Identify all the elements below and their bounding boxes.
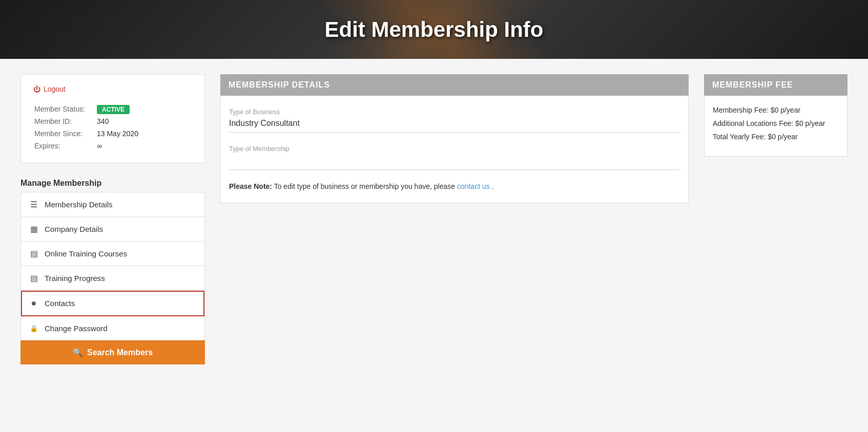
chart-icon: [29, 273, 38, 283]
type-of-membership-group: Type of Membership: [229, 145, 680, 170]
member-id-row: Member ID: 340: [34, 116, 191, 127]
membership-details-section: MEMBERSHIP DETAILS Type of Business Indu…: [220, 74, 689, 364]
contact-us-link[interactable]: contact us: [457, 182, 490, 190]
search-members-label: Search Members: [87, 348, 153, 357]
logout-button[interactable]: ⏻ Logout: [33, 85, 192, 93]
sidebar-item-online-training-label: Online Training Courses: [45, 249, 127, 258]
please-note-end: .: [492, 182, 494, 190]
expires-row: Expires: ∞: [34, 140, 191, 152]
header-banner: Edit Membership Info: [0, 0, 868, 59]
member-since-row: Member Since: 13 May 2020: [34, 128, 191, 139]
lock-icon: [29, 323, 38, 333]
please-note-text: To edit type of business or membership y…: [274, 182, 457, 190]
type-of-business-label: Type of Business: [229, 108, 680, 116]
type-of-business-value: Industry Consultant: [229, 119, 680, 133]
logout-label: Logout: [44, 85, 66, 93]
member-info-table: Member Status: ACTIVE Member ID: 340 Mem…: [33, 102, 192, 153]
sidebar: ⏻ Logout Member Status: ACTIVE Member ID…: [20, 74, 205, 364]
expires-value: ∞: [97, 140, 191, 152]
member-id-value: 340: [97, 116, 191, 127]
membership-fee-header: MEMBERSHIP FEE: [704, 74, 848, 96]
sidebar-item-training-progress[interactable]: Training Progress: [21, 266, 204, 291]
building-icon: [29, 224, 38, 234]
sidebar-item-membership-details-label: Membership Details: [45, 200, 113, 209]
sidebar-item-company-details[interactable]: Company Details: [21, 217, 204, 242]
book-icon: [29, 249, 38, 258]
type-of-membership-value: [229, 156, 680, 170]
please-note: Please Note: To edit type of business or…: [229, 182, 680, 190]
power-icon: ⏻: [33, 85, 40, 93]
expires-label: Expires:: [34, 140, 96, 152]
sidebar-item-company-details-label: Company Details: [45, 225, 103, 233]
sidebar-item-contacts-label: Contacts: [45, 299, 75, 308]
member-since-label: Member Since:: [34, 128, 96, 139]
person-icon: [29, 298, 38, 309]
nav-menu: Membership Details Company Details Onlin…: [20, 192, 205, 340]
type-of-membership-label: Type of Membership: [229, 145, 680, 153]
sidebar-item-change-password-label: Change Password: [45, 324, 108, 333]
member-card: ⏻ Logout Member Status: ACTIVE Member ID…: [20, 74, 205, 163]
membership-details-body: Type of Business Industry Consultant Typ…: [220, 96, 689, 203]
member-status-row: Member Status: ACTIVE: [34, 103, 191, 115]
fee-line-2: Additional Locations Fee: $0 p/year: [713, 119, 839, 127]
fee-line-3: Total Yearly Fee: $0 p/year: [713, 133, 839, 141]
status-badge: ACTIVE: [97, 105, 130, 114]
sidebar-item-change-password[interactable]: Change Password: [21, 316, 204, 340]
page-title: Edit Membership Info: [324, 17, 543, 42]
membership-fee-section: MEMBERSHIP FEE Membership Fee: $0 p/year…: [704, 74, 848, 364]
member-status-label: Member Status:: [34, 103, 96, 115]
search-members-button[interactable]: 🔍 Search Members: [20, 340, 205, 364]
search-icon: 🔍: [73, 348, 83, 357]
member-id-label: Member ID:: [34, 116, 96, 127]
sidebar-item-contacts[interactable]: Contacts: [21, 291, 204, 316]
type-of-business-group: Type of Business Industry Consultant: [229, 108, 680, 133]
membership-fee-body: Membership Fee: $0 p/year Additional Loc…: [704, 96, 848, 157]
sidebar-item-training-progress-label: Training Progress: [45, 274, 105, 283]
manage-membership-label: Manage Membership: [20, 179, 205, 188]
menu-icon: [29, 200, 38, 209]
member-since-value: 13 May 2020: [97, 128, 191, 139]
sidebar-item-online-training[interactable]: Online Training Courses: [21, 242, 204, 266]
membership-details-header: MEMBERSHIP DETAILS: [220, 74, 689, 96]
please-note-bold: Please Note:: [229, 182, 272, 190]
main-content: MEMBERSHIP DETAILS Type of Business Indu…: [220, 74, 848, 364]
fee-line-1: Membership Fee: $0 p/year: [713, 106, 839, 114]
sidebar-item-membership-details[interactable]: Membership Details: [21, 192, 204, 217]
